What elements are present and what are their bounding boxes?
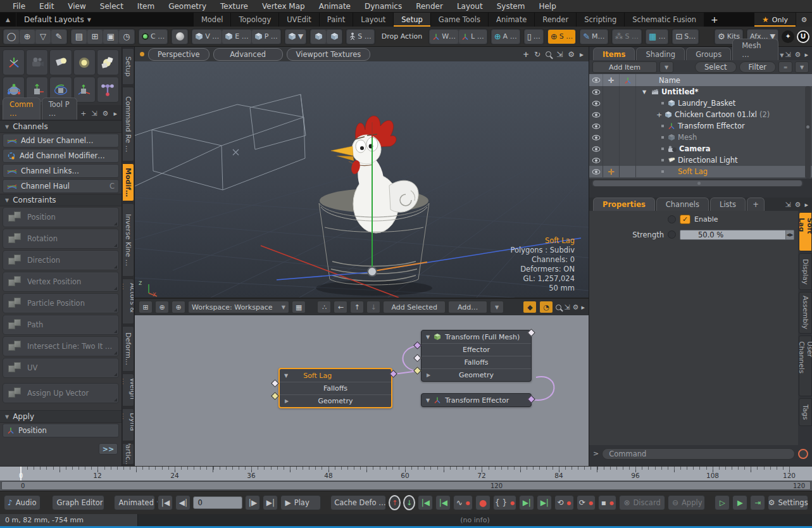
tab-mesh-ops[interactable]: Mesh … [732, 39, 778, 61]
viewport-perspective-button[interactable]: Perspective [148, 48, 209, 61]
local-axis-button[interactable]: L … [459, 30, 487, 44]
side-tab-tags[interactable]: Tags [799, 398, 812, 426]
item-mode-button[interactable]: ◯ [4, 30, 19, 44]
set-piece-button[interactable] [311, 30, 326, 44]
chevron-right-icon[interactable]: ▸ [580, 50, 584, 59]
layout-tab-uvedit[interactable]: UVEdit [279, 13, 320, 27]
constraint-direction-button[interactable]: Direction [3, 250, 119, 270]
remove-key-forward-button[interactable]: ⟳● [577, 495, 596, 510]
item-row-directional-light[interactable]: Directional Light [589, 154, 812, 166]
menu-view[interactable]: View [61, 1, 92, 12]
constraint-particle-position-button[interactable]: Particle Position [3, 293, 119, 313]
axis-column-icon[interactable] [620, 74, 636, 86]
item-row-mesh[interactable]: Mesh [589, 132, 812, 143]
vertex-select-button[interactable]: V … [192, 30, 222, 44]
gear-icon[interactable]: ⚙ [795, 201, 801, 209]
gear-icon[interactable]: ⚙ [568, 50, 575, 59]
input-connector[interactable] [413, 354, 422, 362]
default-layouts-dropdown[interactable]: Default Layouts▼ [16, 13, 99, 27]
expand-arrow-icon[interactable]: ▶ [427, 372, 430, 378]
node-input-effector[interactable]: Effector [422, 343, 531, 356]
command-input[interactable] [602, 448, 795, 460]
edge-select-button[interactable]: E … [222, 30, 251, 44]
add-tab-button[interactable]: + [747, 198, 765, 211]
polygon-select-button[interactable]: P … [252, 30, 280, 44]
cache-deformers-button[interactable]: Cache Defo … [330, 495, 386, 510]
node-input-geometry[interactable]: ▶Geometry [422, 368, 531, 381]
constraint-path-button[interactable]: Path [3, 315, 119, 335]
visibility-column-icon[interactable] [589, 74, 603, 86]
add-layout-tab-button[interactable]: + [704, 13, 725, 27]
tab-lists[interactable]: Lists [710, 198, 746, 211]
expand-arrow-icon[interactable]: ▶ [285, 398, 289, 404]
add-camera-button[interactable] [26, 49, 48, 75]
expand-icon[interactable]: ⇲ [556, 50, 563, 59]
history-button[interactable]: ◷ [119, 30, 134, 44]
remove-key-back-button[interactable]: ⟲● [554, 495, 574, 510]
edit-mode-button[interactable]: ✎ [51, 30, 66, 44]
animated-dropdown[interactable]: Animated▼ [114, 495, 155, 510]
item-row-laundry-basket[interactable]: Laundry_Basket [589, 97, 812, 109]
expand-icon[interactable]: ⇲ [785, 51, 790, 59]
menu-dynamics[interactable]: Dynamics [358, 1, 408, 12]
side-tab-display[interactable]: Display [799, 253, 812, 290]
menu-animate[interactable]: Animate [313, 1, 357, 12]
add-node-icon[interactable]: ⊞ [139, 301, 153, 313]
show-time-button[interactable]: ◔ [539, 301, 553, 313]
node-input-falloffs[interactable]: Falloffs [280, 382, 391, 394]
tab-properties[interactable]: Properties [593, 198, 655, 211]
eye-icon[interactable] [589, 109, 603, 120]
grid-button[interactable]: ▦… [646, 30, 668, 44]
eye-icon[interactable] [589, 143, 603, 154]
expand-plus-icon[interactable]: + [656, 111, 662, 119]
viewport-shading-button[interactable]: Advanced [213, 48, 283, 61]
back-arrow-icon[interactable]: ← [334, 301, 347, 313]
input-connector[interactable] [271, 392, 279, 400]
falloff-button[interactable]: ✎M… [580, 30, 607, 44]
vtab-weights[interactable]: Weigh … [122, 374, 134, 406]
side-tab-user-channels[interactable]: User Channels [799, 336, 812, 396]
filter-button[interactable]: Filter [739, 61, 776, 73]
world-axis-button[interactable]: W… [430, 30, 458, 44]
timeline-ruler[interactable]: 0 12 24 36 48 60 72 84 96 108 120 [0, 466, 812, 481]
setup-mode-button[interactable]: S … [347, 30, 373, 44]
channel-toggle-icon[interactable] [668, 230, 676, 239]
eye-icon[interactable] [589, 132, 603, 143]
menu-geometry[interactable]: Geometry [162, 1, 213, 12]
item-list-vertical-scrollbar[interactable] [805, 86, 811, 179]
select-button[interactable]: Select [695, 61, 736, 73]
menu-texture[interactable]: Texture [214, 1, 254, 12]
show-connections-button[interactable]: ◆ [523, 301, 537, 313]
expand-icon[interactable]: ⇲ [564, 303, 570, 311]
snapping-button-active[interactable]: ⊕S … [548, 30, 575, 44]
go-to-start-button[interactable]: |◀ [158, 495, 173, 510]
add-spotlight-button[interactable] [49, 49, 72, 75]
collapse-triangle-icon[interactable]: ▼ [284, 373, 288, 379]
add-selected-button[interactable]: Add Selected [383, 301, 445, 313]
layout-tab-render[interactable]: Render [535, 13, 577, 27]
unreal-logo-icon[interactable]: U [797, 30, 809, 43]
node-soft-lag[interactable]: ▼Soft Lag Falloffs ▶Geometry [278, 368, 392, 408]
layers-button[interactable]: ▤ [72, 30, 87, 44]
discard-button[interactable]: ⊗Discard [619, 495, 665, 510]
menu-vertex-map[interactable]: Vertex Map [256, 1, 311, 12]
current-item-button[interactable]: C … [139, 30, 167, 44]
vtab-modifiers[interactable]: Modif… [122, 163, 134, 201]
zoom-icon[interactable] [556, 305, 561, 310]
eye-icon[interactable] [589, 97, 603, 109]
tab-tool-properties[interactable]: Tool P … [42, 97, 77, 120]
add-locator-button[interactable] [3, 49, 25, 75]
command-history-button[interactable] [798, 449, 808, 459]
layout-tab-topology[interactable]: Topology [231, 13, 279, 27]
key-brackets-button[interactable]: { }● [493, 495, 516, 510]
orbit-icon[interactable]: ↻ [534, 50, 540, 59]
item-select-button[interactable]: ▼ [285, 30, 306, 44]
gear-icon[interactable]: ⚙ [795, 51, 801, 59]
collapse-triangle-icon[interactable]: ▼ [426, 398, 430, 403]
item-row-soft-lag[interactable]: ✛ Soft Lag [589, 166, 812, 177]
settings-button[interactable]: ⚙Settings [768, 495, 808, 510]
channel-links-button[interactable]: Channel Links… [3, 164, 119, 178]
stepper-icon[interactable]: ◀▶ [785, 230, 794, 239]
funnel-icon[interactable]: ▼ [795, 61, 809, 73]
channel-toggle-icon[interactable] [668, 215, 676, 223]
